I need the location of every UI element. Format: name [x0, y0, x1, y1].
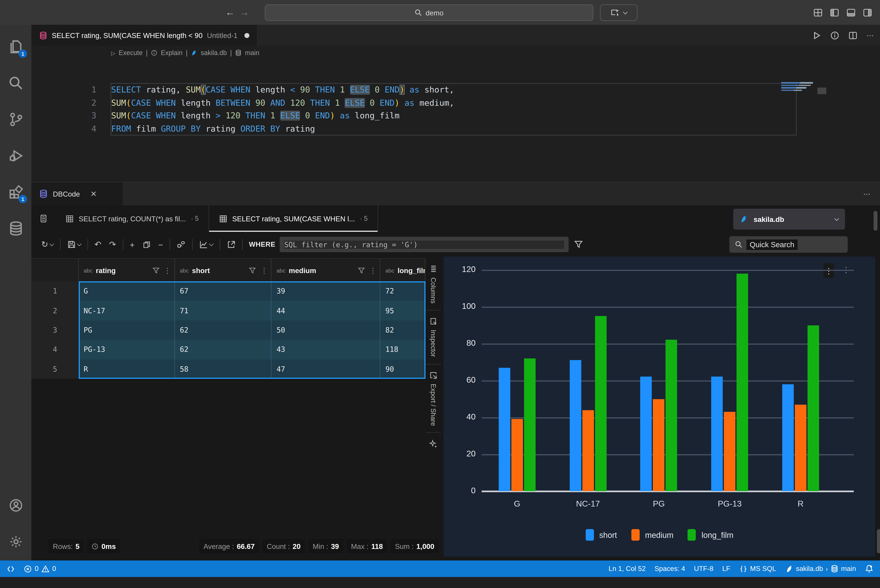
filter-funnel-icon[interactable]	[249, 267, 256, 274]
table-cell[interactable]: 90	[380, 359, 426, 379]
notifications-bell[interactable]	[861, 561, 878, 577]
column-header-rating[interactable]: abcrating⋮	[79, 259, 175, 282]
schema-link[interactable]: main	[245, 49, 259, 57]
command-center-search[interactable]: demo	[265, 4, 594, 21]
chart-scrollbar-thumb[interactable]	[877, 529, 880, 554]
sidebar-item-extensions[interactable]: 1	[0, 178, 31, 207]
run-query-icon[interactable]	[812, 31, 821, 40]
split-editor-icon[interactable]	[848, 31, 858, 40]
table-cell[interactable]: 50	[271, 320, 380, 340]
bar-short-R[interactable]	[782, 384, 794, 491]
code-line[interactable]: 4FROM film GROUP BY rating ORDER BY rati…	[31, 123, 857, 136]
bar-medium-NC-17[interactable]	[582, 410, 594, 491]
undo-button[interactable]: ↶	[91, 240, 105, 249]
strip-inspector[interactable]: Inspector	[426, 311, 441, 364]
table-cell[interactable]: 62	[175, 320, 271, 340]
table-row[interactable]: 4PG-136243118	[31, 340, 426, 359]
bar-short-PG-13[interactable]	[711, 377, 723, 491]
bar-medium-G[interactable]	[511, 419, 523, 491]
indentation[interactable]: Spaces: 4	[650, 561, 690, 577]
table-cell[interactable]: R	[79, 359, 175, 379]
minimap-slider[interactable]	[817, 87, 826, 94]
connection-selector[interactable]: sakila.db	[733, 208, 845, 230]
info-icon[interactable]	[830, 31, 840, 40]
close-icon[interactable]: ✕	[90, 189, 97, 198]
bar-medium-R[interactable]	[795, 405, 807, 491]
table-cell[interactable]: 62	[175, 340, 271, 359]
sql-filter-input[interactable]	[284, 240, 564, 249]
code-line[interactable]: 2SUM(CASE WHEN length BETWEEN 90 AND 120…	[31, 97, 857, 110]
panel-tab-dbcode[interactable]: DBCode ✕	[31, 182, 123, 206]
column-menu-icon[interactable]: ⋮	[164, 266, 171, 274]
save-button[interactable]	[63, 240, 85, 249]
history-back-button[interactable]: ←	[223, 7, 237, 18]
eol-sequence[interactable]: LF	[718, 561, 735, 577]
encoding[interactable]: UTF-8	[690, 561, 718, 577]
bar-long_film-PG[interactable]	[666, 340, 677, 491]
strip-ai[interactable]	[426, 433, 441, 455]
column-header-medium[interactable]: abcmedium⋮	[271, 259, 380, 282]
delete-row-button[interactable]: −	[154, 240, 167, 249]
quick-search-box[interactable]: Quick Search	[729, 236, 848, 253]
toggle-secondary-sidebar-icon[interactable]	[863, 8, 873, 18]
column-header-short[interactable]: abcshort⋮	[175, 259, 271, 282]
chart-view-button[interactable]	[196, 240, 217, 249]
row-number[interactable]: 4	[31, 340, 79, 359]
table-cell[interactable]: 71	[175, 301, 271, 320]
editor-tab-untitled-1[interactable]: SELECT rating, SUM(CASE WHEN length < 90…	[31, 25, 258, 46]
screencast-dropdown-button[interactable]	[600, 4, 637, 21]
filter-funnel-icon[interactable]	[358, 267, 365, 274]
redo-button[interactable]: ↷	[105, 240, 120, 249]
toggle-sidebar-icon[interactable]	[829, 8, 840, 18]
table-row[interactable]: 2NC-17714495	[31, 301, 426, 320]
code-line[interactable]: 3SUM(CASE WHEN length > 120 THEN 1 ELSE …	[31, 110, 857, 123]
table-row[interactable]: 3PG625082	[31, 320, 426, 340]
panel-more-actions-icon[interactable]: ⋯	[863, 190, 871, 198]
table-cell[interactable]: 72	[380, 281, 426, 301]
sidebar-item-explorer[interactable]: 1	[0, 33, 31, 61]
language-mode[interactable]: MS SQL	[735, 561, 781, 577]
table-cell[interactable]: 58	[175, 359, 271, 379]
column-menu-icon[interactable]: ⋮	[369, 266, 376, 274]
more-actions-icon[interactable]: ⋯	[867, 31, 875, 39]
table-cell[interactable]: 47	[271, 359, 380, 379]
modified-dot-icon[interactable]	[244, 33, 249, 38]
results-tab-1[interactable]: SELECT rating, COUNT(*) as fil... · 5	[55, 206, 209, 232]
row-number[interactable]: 5	[31, 359, 79, 379]
column-header-long_film[interactable]: abclong_film⋮	[380, 259, 426, 282]
legend-item-short[interactable]: short	[586, 529, 617, 541]
table-row[interactable]: 5R584790	[31, 359, 426, 379]
bar-short-NC-17[interactable]	[570, 360, 581, 491]
bar-medium-PG-13[interactable]	[724, 412, 735, 491]
table-cell[interactable]: 44	[271, 301, 380, 320]
sidebar-item-search[interactable]	[0, 69, 31, 98]
corner-cell[interactable]	[31, 259, 79, 282]
results-doc-icon[interactable]	[31, 214, 55, 223]
problems-indicator[interactable]: 0 0	[19, 561, 60, 577]
bar-long_film-PG-13[interactable]	[736, 273, 748, 491]
cursor-position[interactable]: Ln 1, Col 52	[604, 561, 650, 577]
bar-long_film-R[interactable]	[808, 325, 819, 491]
remote-indicator[interactable]	[2, 561, 19, 577]
strip-columns[interactable]: Columns	[426, 258, 441, 311]
export-button[interactable]	[223, 240, 240, 249]
apply-filter-icon[interactable]	[574, 240, 583, 249]
toggle-panel-icon[interactable]	[846, 8, 856, 18]
sidebar-item-run-debug[interactable]	[0, 141, 31, 170]
bar-short-G[interactable]	[499, 368, 510, 491]
table-cell[interactable]: 43	[271, 340, 380, 359]
results-tab-2[interactable]: SELECT rating, SUM(CASE WHEN l... · 5	[209, 206, 378, 232]
table-cell[interactable]: NC-17	[79, 301, 175, 320]
legend-item-long_film[interactable]: long_film	[688, 529, 733, 541]
bar-long_film-NC-17[interactable]	[595, 316, 606, 491]
table-cell[interactable]: 82	[380, 320, 426, 340]
filter-funnel-icon[interactable]	[152, 267, 159, 274]
customize-layout-icon[interactable]	[813, 8, 823, 18]
foreign-keys-button[interactable]	[173, 240, 190, 249]
history-forward-button[interactable]: →	[237, 7, 252, 18]
table-row[interactable]: 1G673972	[31, 281, 426, 301]
row-number[interactable]: 1	[31, 281, 79, 301]
dbcode-connection-status[interactable]: sakila.db › main	[781, 561, 861, 577]
table-cell[interactable]: 67	[175, 281, 271, 301]
table-cell[interactable]: G	[79, 281, 175, 301]
